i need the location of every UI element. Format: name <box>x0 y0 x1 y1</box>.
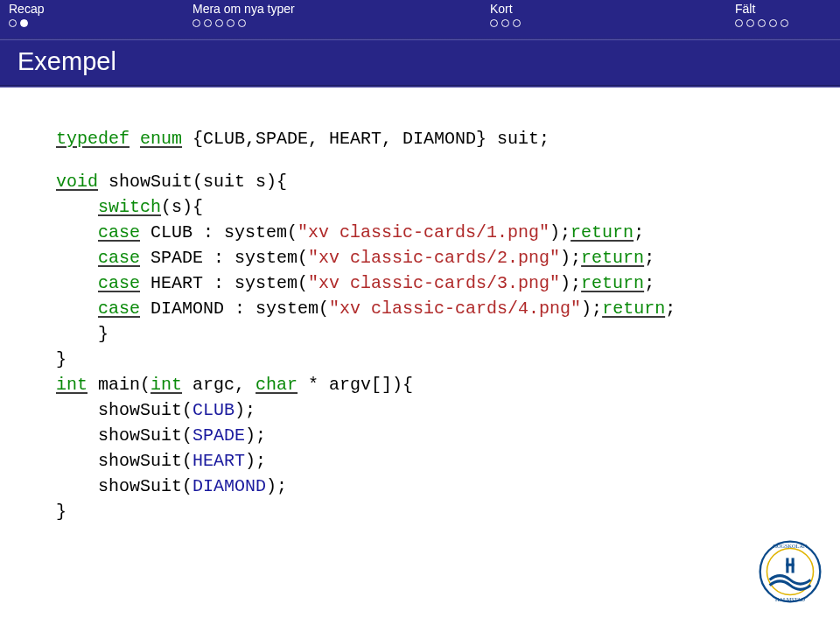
code-text: ); <box>245 425 266 446</box>
code-line: switch(s){ <box>56 194 784 220</box>
dot-icon <box>9 19 17 27</box>
dot-icon <box>758 19 766 27</box>
code-text: * argv[]){ <box>298 375 413 395</box>
code-line: case SPADE : system("xv classic-cards/2.… <box>56 245 784 270</box>
dot-icon <box>238 19 246 27</box>
keyword: void <box>56 172 98 192</box>
slide-title: Exempel <box>0 40 840 86</box>
progress-dots <box>490 18 735 27</box>
code-line: case CLUB : system("xv classic-cards/1.p… <box>56 220 784 245</box>
code-text: ; <box>634 222 644 242</box>
keyword: return <box>581 273 644 293</box>
constant: CLUB <box>192 400 234 420</box>
svg-point-0 <box>760 542 821 602</box>
code-line: showSuit(DIAMOND); <box>56 474 784 499</box>
keyword: typedef <box>56 129 130 149</box>
code-line: showSuit(CLUB); <box>56 397 784 423</box>
dot-icon <box>735 19 743 27</box>
code-text: HEART : system( <box>140 273 308 293</box>
string-literal: "xv classic-cards/3.png" <box>308 273 560 293</box>
keyword: return <box>581 248 644 268</box>
svg-text:HÖGSKOLAN: HÖGSKOLAN <box>774 543 808 549</box>
code-text: (s){ <box>161 197 203 217</box>
nav-label: Kort <box>490 2 735 18</box>
keyword: return <box>570 222 634 242</box>
code-line: showSuit(HEART); <box>56 448 784 474</box>
string-literal: "xv classic-cards/4.png" <box>329 298 581 319</box>
nav-section-falt[interactable]: Fält <box>735 0 840 39</box>
code-text: showSuit( <box>98 425 192 446</box>
code-line: } <box>56 321 784 347</box>
keyword: int <box>150 375 182 395</box>
keyword: case <box>98 298 140 319</box>
code-text: showSuit( <box>98 451 192 471</box>
dot-icon <box>215 19 223 27</box>
dot-icon <box>769 19 777 27</box>
code-line: } <box>56 347 784 372</box>
code-text: ); <box>266 476 287 496</box>
code-text: {CLUB,SPADE, HEART, DIAMOND} suit; <box>182 129 550 149</box>
string-literal: "xv classic-cards/1.png" <box>298 222 550 242</box>
nav-label: Mera om nya typer <box>192 2 490 18</box>
code-text: ); <box>560 248 581 268</box>
keyword: switch <box>98 197 161 217</box>
dot-icon <box>227 19 234 27</box>
code-text: ); <box>234 400 256 420</box>
code-text: ); <box>581 298 602 319</box>
code-text: ); <box>550 222 570 242</box>
dot-icon <box>746 19 754 27</box>
keyword: int <box>56 375 88 395</box>
nav-section-types[interactable]: Mera om nya typer <box>192 0 490 39</box>
progress-dots <box>9 18 192 27</box>
code-text: SPADE : system( <box>140 248 308 268</box>
code-line: int main(int argc, char * argv[]){ <box>56 372 784 397</box>
dot-icon <box>192 19 200 27</box>
code-line: case HEART : system("xv classic-cards/3.… <box>56 270 784 296</box>
code-text: showSuit( <box>98 400 192 420</box>
code-text: CLUB : system( <box>140 222 298 242</box>
keyword: char <box>256 375 298 395</box>
constant: DIAMOND <box>192 476 266 496</box>
code-text: showSuit( <box>98 476 192 496</box>
constant: SPADE <box>192 425 245 446</box>
nav-label: Fält <box>735 2 840 18</box>
svg-text:HALMSTAD: HALMSTAD <box>775 596 806 602</box>
constant: HEART <box>192 451 245 471</box>
code-text: DIAMOND : system( <box>140 298 329 319</box>
nav-section-kort[interactable]: Kort <box>490 0 735 39</box>
svg-rect-4 <box>786 564 794 566</box>
keyword: case <box>98 222 140 242</box>
code-text: main( <box>88 375 150 395</box>
dot-icon <box>490 19 498 27</box>
code-text: ); <box>245 451 266 471</box>
progress-dots <box>735 18 840 27</box>
keyword: case <box>98 273 140 293</box>
dot-icon <box>501 19 509 27</box>
code-line: void showSuit(suit s){ <box>56 169 784 194</box>
code-block: typedef enum {CLUB,SPADE, HEART, DIAMOND… <box>0 88 840 524</box>
dot-icon <box>513 19 521 27</box>
code-text: ); <box>560 273 581 293</box>
progress-dots <box>192 18 490 27</box>
code-text: ; <box>665 298 676 319</box>
nav-section-recap[interactable]: Recap <box>0 0 192 39</box>
code-text: ; <box>644 273 654 293</box>
string-literal: "xv classic-cards/2.png" <box>308 248 560 268</box>
dot-icon <box>780 19 788 27</box>
university-logo-icon: HÖGSKOLAN HALMSTAD <box>756 537 824 606</box>
dot-icon <box>20 19 28 27</box>
keyword: case <box>98 248 140 268</box>
code-text: argc, <box>182 375 256 395</box>
nav-bar: Recap Mera om nya typer Kort Fält <box>0 0 840 39</box>
keyword: enum <box>140 129 182 149</box>
nav-label: Recap <box>9 2 192 18</box>
code-line: typedef enum {CLUB,SPADE, HEART, DIAMOND… <box>56 126 784 151</box>
code-line: } <box>56 499 784 524</box>
code-line: showSuit(SPADE); <box>56 423 784 448</box>
code-text: ; <box>644 248 654 268</box>
code-text: showSuit(suit s){ <box>98 172 287 192</box>
code-line: case DIAMOND : system("xv classic-cards/… <box>56 296 784 321</box>
keyword: return <box>602 298 665 319</box>
dot-icon <box>204 19 212 27</box>
